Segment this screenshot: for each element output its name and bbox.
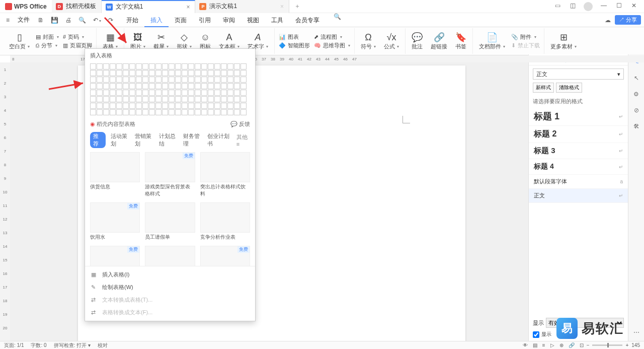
grid-cell[interactable]	[227, 96, 233, 102]
grid-cell[interactable]	[149, 77, 155, 83]
template-card[interactable]	[200, 152, 250, 182]
grid-cell[interactable]	[227, 63, 233, 69]
grid-cell[interactable]	[129, 77, 135, 83]
grid-cell[interactable]	[123, 70, 129, 76]
grid-cell[interactable]	[227, 77, 233, 83]
grid-cell[interactable]	[136, 90, 142, 96]
grid-cell[interactable]	[97, 70, 103, 76]
grid-cell[interactable]	[155, 103, 162, 109]
grid-cell[interactable]	[136, 70, 142, 76]
zoom-fit-icon[interactable]: ⊡	[580, 342, 584, 348]
hyperlink-button[interactable]: 🔗超链接	[427, 31, 451, 51]
template-card[interactable]: 免费	[145, 152, 195, 182]
grid-cell[interactable]	[123, 63, 129, 69]
grid-cell[interactable]	[221, 77, 227, 83]
template-card[interactable]	[90, 152, 140, 182]
page-status[interactable]: 页面: 1/1	[4, 342, 24, 349]
grid-cell[interactable]	[195, 103, 201, 109]
grid-cell[interactable]	[201, 77, 207, 83]
grid-cell[interactable]	[182, 96, 188, 102]
grid-cell[interactable]	[201, 83, 207, 89]
grid-cell[interactable]	[155, 96, 162, 102]
grid-cell[interactable]	[175, 83, 181, 89]
grid-cell[interactable]	[142, 70, 148, 76]
grid-cell[interactable]	[142, 96, 148, 102]
grid-cell[interactable]	[149, 63, 155, 69]
mindmap-button[interactable]: 🧠 思维导图	[314, 42, 350, 49]
grid-cell[interactable]	[188, 77, 194, 83]
grid-cell[interactable]	[195, 77, 201, 83]
grid-cell[interactable]	[97, 96, 103, 102]
grid-cell[interactable]	[175, 90, 181, 96]
grid-cell[interactable]	[221, 103, 227, 109]
current-style-select[interactable]: 正文▾	[533, 68, 624, 80]
grid-cell[interactable]	[149, 96, 155, 102]
grid-cell[interactable]	[103, 77, 109, 83]
tab-start[interactable]: 开始	[120, 13, 144, 27]
tpl-tab-recommended[interactable]: 推荐	[90, 132, 106, 148]
grid-cell[interactable]	[136, 63, 142, 69]
grid-cell[interactable]	[201, 109, 207, 115]
template-card[interactable]: 免费	[90, 202, 140, 233]
grid-cell[interactable]	[201, 90, 207, 96]
tab-presentation-1[interactable]: P 演示文稿1 ×	[195, 0, 289, 13]
grid-cell[interactable]	[234, 70, 240, 76]
grid-cell[interactable]	[116, 63, 122, 69]
new-doc-icon[interactable]: 🗎	[35, 17, 47, 24]
grid-cell[interactable]	[110, 77, 116, 83]
grid-cell[interactable]	[214, 83, 220, 89]
limit-panel-icon[interactable]: ⊘	[632, 106, 641, 115]
grid-cell[interactable]	[90, 83, 96, 89]
zoom-value[interactable]: 145	[631, 342, 640, 348]
grid-cell[interactable]	[234, 83, 240, 89]
grid-cell[interactable]	[149, 90, 155, 96]
tpl-tab-event[interactable]: 活动策划	[111, 132, 130, 148]
undo-icon[interactable]: ↶	[90, 17, 104, 24]
grid-cell[interactable]	[169, 77, 175, 83]
formula-button[interactable]: √x公式	[380, 31, 403, 51]
close-icon[interactable]: ✕	[630, 2, 638, 11]
grid-cell[interactable]	[182, 109, 188, 115]
view-web-icon[interactable]: ⊕	[559, 342, 564, 348]
grid-cell[interactable]	[188, 70, 194, 76]
more-assets-button[interactable]: ⊞更多素材	[546, 31, 581, 51]
grid-cell[interactable]	[195, 90, 201, 96]
grid-cell[interactable]	[175, 70, 181, 76]
show-preview-checkbox[interactable]	[533, 331, 539, 338]
grid-cell[interactable]	[90, 63, 96, 69]
grid-cell[interactable]	[90, 96, 96, 102]
grid-cell[interactable]	[90, 103, 96, 109]
grid-cell[interactable]	[123, 77, 129, 83]
grid-cell[interactable]	[175, 96, 181, 102]
grid-cell[interactable]	[142, 103, 148, 109]
view-read-icon[interactable]: ▷	[550, 342, 554, 348]
grid-cell[interactable]	[123, 96, 129, 102]
tpl-tab-startup[interactable]: 创业计划书	[207, 132, 231, 148]
grid-cell[interactable]	[214, 109, 220, 115]
grid-cell[interactable]	[214, 103, 220, 109]
save-icon[interactable]: 💾	[48, 17, 61, 24]
grid-cell[interactable]	[221, 63, 227, 69]
grid-cell[interactable]	[234, 90, 240, 96]
grid-cell[interactable]	[182, 77, 188, 83]
grid-cell[interactable]	[208, 109, 214, 115]
grid-cell[interactable]	[227, 90, 233, 96]
grid-cell[interactable]	[169, 90, 175, 96]
grid-cell[interactable]	[169, 83, 175, 89]
grid-cell[interactable]	[110, 70, 116, 76]
grid-cell[interactable]	[195, 96, 201, 102]
tab-templates[interactable]: D 找稻壳模板	[52, 0, 102, 13]
grid-cell[interactable]	[182, 70, 188, 76]
grid-cell[interactable]	[136, 96, 142, 102]
grid-cell[interactable]	[162, 90, 168, 96]
grid-cell[interactable]	[116, 77, 122, 83]
grid-cell[interactable]	[129, 90, 135, 96]
grid-cell[interactable]	[169, 96, 175, 102]
grid-cell[interactable]	[103, 109, 109, 115]
view-link-icon[interactable]: 🔗	[569, 342, 575, 348]
grid-cell[interactable]	[240, 70, 247, 76]
grid-cell[interactable]	[234, 77, 240, 83]
grid-cell[interactable]	[240, 96, 247, 102]
grid-cell[interactable]	[240, 103, 247, 109]
grid-cell[interactable]	[123, 103, 129, 109]
